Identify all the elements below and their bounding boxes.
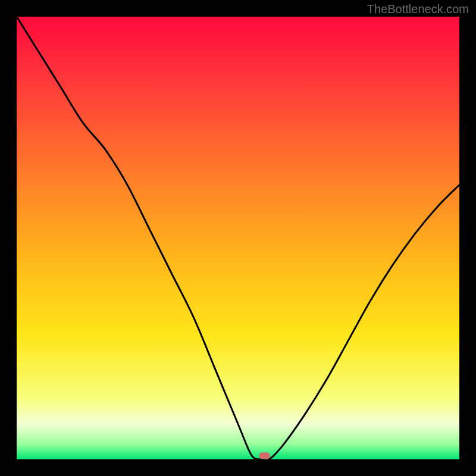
optimal-marker [259, 453, 270, 459]
watermark-label: TheBottleneck.com [367, 2, 469, 16]
gradient-background [17, 17, 459, 459]
bottleneck-chart [17, 17, 459, 459]
plot-area [17, 17, 459, 459]
chart-frame: TheBottleneck.com [0, 0, 476, 476]
